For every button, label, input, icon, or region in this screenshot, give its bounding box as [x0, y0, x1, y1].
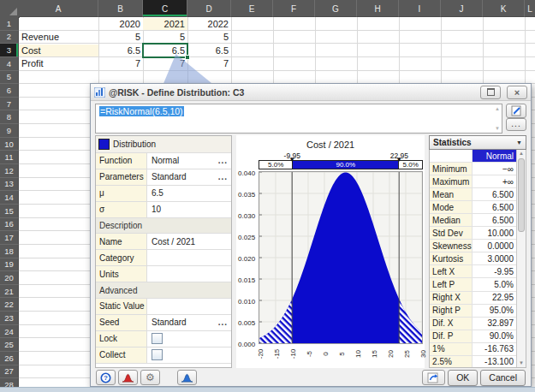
property-value[interactable]: 10 — [147, 202, 231, 217]
statistics-dropdown[interactable]: Statistics ▼ — [429, 135, 526, 150]
fill-handle[interactable] — [185, 55, 190, 60]
row-header-17[interactable]: 17 — [0, 231, 19, 245]
cell-B2[interactable]: 5 — [98, 31, 143, 44]
formula-input[interactable]: =RiskNormal(6.5,10) ▲ ▼ — [95, 104, 502, 134]
insert-into-cell-button[interactable] — [422, 370, 445, 385]
cell-C2[interactable]: 5 — [143, 31, 187, 44]
row-header-15[interactable]: 15 — [0, 205, 19, 218]
row-header-20[interactable]: 20 — [0, 271, 19, 285]
property-value[interactable] — [147, 331, 231, 347]
column-header-C[interactable]: C — [143, 0, 187, 17]
row-header-27[interactable]: 27 — [0, 365, 19, 379]
row-header-10[interactable]: 10 — [0, 138, 19, 151]
scroll-up-icon[interactable]: ▲ — [519, 150, 524, 157]
row-header-1[interactable]: 1 — [0, 17, 19, 31]
row-header-7[interactable]: 7 — [0, 98, 19, 111]
cell-B1[interactable]: 2020 — [98, 18, 143, 31]
scroll-down-icon[interactable]: ▼ — [519, 359, 524, 367]
row-header-23[interactable]: 23 — [0, 312, 19, 325]
define-distribution-dialog: @RISK - Define Distribution: C3 × =RiskN… — [90, 83, 532, 387]
delimiter-marker-icon[interactable]: ▼ — [395, 157, 402, 163]
property-value[interactable]: Standard... — [147, 315, 231, 330]
scrollbar-thumb[interactable] — [518, 158, 525, 232]
row-header-24[interactable]: 24 — [0, 325, 19, 339]
row-header-16[interactable]: 16 — [0, 218, 19, 232]
checkbox[interactable] — [152, 333, 163, 344]
row-header-8[interactable]: 8 — [0, 110, 19, 124]
formula-scroll[interactable]: ▲ ▼ — [495, 106, 500, 131]
cell-B4[interactable]: 7 — [98, 57, 143, 70]
property-value[interactable]: Cost / 2021 — [147, 234, 231, 249]
cell-A4[interactable]: Profit — [19, 57, 98, 70]
cell-D4[interactable]: 7 — [187, 57, 231, 70]
row-header-14[interactable]: 14 — [0, 191, 19, 205]
cell-A3[interactable]: Cost — [19, 45, 98, 57]
property-value[interactable] — [147, 250, 231, 265]
row-header-26[interactable]: 26 — [0, 352, 19, 365]
cell-D2[interactable]: 5 — [187, 31, 231, 44]
column-header-A[interactable]: A — [19, 0, 98, 17]
dialog-titlebar[interactable]: @RISK - Define Distribution: C3 × — [91, 84, 531, 101]
row-header-6[interactable]: 6 — [0, 84, 19, 98]
row-header-9[interactable]: 9 — [0, 124, 19, 138]
row-header-13[interactable]: 13 — [0, 178, 19, 192]
help-button[interactable]: ? — [96, 370, 116, 385]
scroll-down-icon[interactable]: ▼ — [495, 126, 500, 131]
maximize-button[interactable] — [480, 86, 501, 99]
column-header-K[interactable]: K — [483, 0, 525, 17]
column-header-B[interactable]: B — [98, 0, 143, 17]
row-header-11[interactable]: 11 — [0, 151, 19, 164]
ok-button[interactable]: OK — [448, 370, 478, 386]
statistics-scrollbar[interactable]: ▲ ▼ — [516, 150, 526, 367]
cell-C1[interactable]: 2021 — [143, 18, 187, 31]
property-value[interactable] — [147, 299, 231, 314]
blue-distribution-icon — [181, 373, 193, 383]
checkbox[interactable] — [152, 349, 163, 360]
property-value[interactable] — [147, 347, 231, 363]
row-header-25[interactable]: 25 — [0, 338, 19, 352]
row-header-4[interactable]: 4 — [0, 57, 19, 71]
column-header-F[interactable]: F — [273, 0, 315, 17]
row-header-3[interactable]: 3 — [0, 44, 19, 57]
row-header-2[interactable]: 2 — [0, 31, 19, 45]
cell-D1[interactable]: 2022 — [187, 18, 231, 31]
settings-button[interactable]: ⚙ — [140, 370, 160, 385]
blue-distribution-button[interactable] — [177, 370, 197, 385]
edit-formula-button[interactable] — [506, 104, 526, 118]
row-header-21[interactable]: 21 — [0, 285, 19, 299]
row-header-18[interactable]: 18 — [0, 245, 19, 258]
column-header-L[interactable]: L — [525, 0, 535, 17]
ellipsis-icon[interactable]: ... — [218, 321, 228, 324]
close-button[interactable]: × — [507, 86, 527, 99]
red-distribution-button[interactable] — [118, 370, 138, 385]
delimiter-marker-icon[interactable]: ▼ — [288, 157, 295, 163]
cancel-button[interactable]: Cancel — [480, 370, 526, 386]
statistic-label: Skewness — [430, 240, 473, 252]
cell-A2[interactable]: Revenue — [19, 31, 98, 44]
property-value[interactable]: 6.5 — [147, 186, 231, 201]
help-icon: ? — [100, 372, 111, 383]
cell-D3[interactable]: 6.5 — [187, 45, 231, 57]
column-header-I[interactable]: I — [399, 0, 441, 17]
row-header-19[interactable]: 19 — [0, 258, 19, 272]
property-value[interactable]: Normal... — [147, 153, 231, 169]
formula-more-button[interactable]: ... — [506, 118, 526, 131]
column-header-E[interactable]: E — [231, 0, 273, 17]
statistic-label: Maximum — [430, 175, 473, 187]
column-header-J[interactable]: J — [441, 0, 483, 17]
cell-B3[interactable]: 6.5 — [98, 45, 143, 57]
ellipsis-icon[interactable]: ... — [218, 159, 228, 163]
ellipsis-icon[interactable]: ... — [218, 175, 228, 179]
column-header-D[interactable]: D — [187, 0, 231, 17]
property-value[interactable]: Standard... — [147, 169, 231, 185]
properties-header-label: Distribution — [113, 140, 156, 149]
property-value[interactable] — [147, 266, 231, 282]
statistics-row: Right P95.0% — [430, 305, 516, 318]
row-header-22[interactable]: 22 — [0, 298, 19, 312]
column-header-G[interactable]: G — [315, 0, 357, 17]
scroll-up-icon[interactable]: ▲ — [495, 106, 500, 111]
column-header-H[interactable]: H — [357, 0, 399, 17]
row-header-12[interactable]: 12 — [0, 164, 19, 178]
row-header-5[interactable]: 5 — [0, 71, 19, 85]
select-all-corner[interactable] — [0, 0, 20, 18]
